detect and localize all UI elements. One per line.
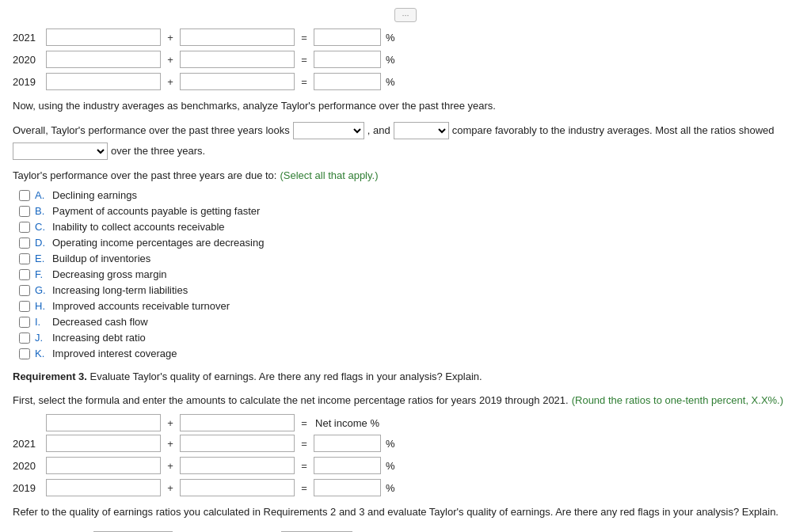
result-2021-top[interactable] <box>314 28 381 46</box>
result-2020-bottom[interactable] <box>314 457 381 474</box>
plus-2019-bottom: + <box>166 482 175 494</box>
checkbox-I[interactable] <box>19 317 30 328</box>
checkbox-item-G: G. Increasing long-term liabilities <box>19 284 798 296</box>
year-label-2020-top: 2020 <box>13 54 41 66</box>
header-input-right[interactable] <box>180 414 295 431</box>
result-2020-top[interactable] <box>314 51 381 68</box>
checkbox-item-I: I. Decreased cash flow <box>19 316 798 328</box>
eq-2020-top: = <box>299 54 309 66</box>
checkbox-label-K: Improved interest coverage <box>52 348 177 359</box>
checkbox-label-F: Decreasing gross margin <box>52 268 167 280</box>
checkbox-letter-E: E. <box>35 253 48 264</box>
input-2021-bottom-right[interactable] <box>180 435 295 452</box>
checkbox-label-I: Decreased cash flow <box>52 316 148 328</box>
checkbox-H[interactable] <box>19 301 30 312</box>
checkbox-A[interactable] <box>19 190 30 201</box>
input-2019-bottom-right[interactable] <box>180 479 295 496</box>
eq-2019-bottom: = <box>299 482 309 494</box>
paragraph1: Now, using the industry averages as benc… <box>13 98 798 114</box>
year-label-2019-top: 2019 <box>13 76 41 88</box>
input-2019-bottom-left[interactable] <box>46 479 161 496</box>
input-2021-top-left[interactable] <box>46 28 161 46</box>
pct-2019-bottom: % <box>386 482 395 494</box>
pct-2020-bottom: % <box>386 460 395 472</box>
year-label-2021-bottom: 2021 <box>13 438 41 450</box>
input-2020-top-right[interactable] <box>180 51 295 68</box>
checkbox-item-J: J. Increasing debt ratio <box>19 332 798 344</box>
trend-select[interactable]: improvement decline stability <box>13 142 108 160</box>
checkbox-item-E: E. Buildup of inventories <box>19 253 798 264</box>
paragraph2-row: Overall, Taylor's performance over the p… <box>13 122 798 160</box>
bottom-calc-section: + = Net income % 2021 + = % 2020 + = % 2… <box>13 414 798 496</box>
req3-title-bold: Requirement 3. <box>13 370 87 382</box>
checkbox-item-D: D. Operating income percentages are decr… <box>19 237 798 249</box>
performance-select[interactable]: good poor mixed <box>293 122 364 139</box>
result-2019-top[interactable] <box>314 73 381 90</box>
para2-middle: , and <box>367 123 390 139</box>
req3-subtitle-row: First, select the formula and enter the … <box>13 393 798 408</box>
req3-title: Requirement 3. Evaluate Taylor's quality… <box>13 369 798 385</box>
input-2021-bottom-left[interactable] <box>46 435 161 452</box>
checkbox-item-F: F. Decreasing gross margin <box>19 268 798 280</box>
taylor-due-to-row: Taylor's performance over the past three… <box>13 168 798 184</box>
pct-2019-top: % <box>386 76 395 88</box>
input-2020-top-left[interactable] <box>46 51 161 68</box>
checkbox-label-G: Increasing long-term liabilities <box>52 284 188 296</box>
checkbox-E[interactable] <box>19 253 30 264</box>
checkbox-letter-C: C. <box>35 221 48 233</box>
checkbox-letter-F: F. <box>35 268 48 280</box>
checkbox-label-E: Buildup of inventories <box>52 253 150 264</box>
eq-2019-top: = <box>299 76 309 88</box>
plus-2021-top: + <box>166 32 175 44</box>
checkbox-label-J: Increasing debt ratio <box>52 332 146 344</box>
checkbox-B[interactable] <box>19 206 30 217</box>
checkbox-F[interactable] <box>19 269 30 280</box>
header-eq: = <box>299 417 309 429</box>
row-2020-top: 2020 + = % <box>13 51 798 68</box>
plus-2020-top: + <box>166 54 175 66</box>
req3-paragraph: Refer to the quality of earnings ratios … <box>13 504 798 520</box>
plus-2021-bottom: + <box>166 438 175 450</box>
checkbox-letter-K: K. <box>35 348 48 359</box>
checkbox-C[interactable] <box>19 222 30 233</box>
row-2021-bottom: 2021 + = % <box>13 435 798 452</box>
row-2019-top: 2019 + = % <box>13 73 798 90</box>
net-income-pct-header: Net income % <box>314 417 381 429</box>
result-2019-bottom[interactable] <box>314 479 381 496</box>
year-label-2020-bottom: 2020 <box>13 460 41 472</box>
input-2019-top-right[interactable] <box>180 73 295 90</box>
checkbox-letter-B: B. <box>35 205 48 217</box>
top-calc-section: 2021 + = % 2020 + = % 2019 + = % <box>13 28 798 90</box>
checkbox-item-H: H. Improved accounts receivable turnover <box>19 300 798 312</box>
header-input-left[interactable] <box>46 414 161 431</box>
input-2020-bottom-left[interactable] <box>46 457 161 474</box>
checkbox-item-B: B. Payment of accounts payable is gettin… <box>19 205 798 217</box>
checkbox-item-K: K. Improved interest coverage <box>19 348 798 359</box>
para2-prefix: Overall, Taylor's performance over the p… <box>13 123 290 139</box>
eq-2021-top: = <box>299 32 309 44</box>
pct-2020-top: % <box>386 54 395 66</box>
favorably-select[interactable]: do do not <box>394 122 449 139</box>
req3-round-note: (Round the ratios to one-tenth percent, … <box>572 393 783 408</box>
checkbox-G[interactable] <box>19 285 30 296</box>
eq-2020-bottom: = <box>299 460 309 472</box>
para2-end: over the three years. <box>111 143 205 159</box>
input-2020-bottom-right[interactable] <box>180 457 295 474</box>
checkbox-label-A: Declining earnings <box>52 189 137 201</box>
pct-2021-top: % <box>386 32 395 44</box>
checkbox-letter-G: G. <box>35 284 48 296</box>
checkbox-letter-D: D. <box>35 237 48 249</box>
year-label-2021-top: 2021 <box>13 32 41 44</box>
checkbox-J[interactable] <box>19 332 30 344</box>
para2-suffix: compare favorably to the industry averag… <box>452 123 775 139</box>
checkbox-item-C: C. Inability to collect accounts receiva… <box>19 221 798 233</box>
checkbox-D[interactable] <box>19 238 30 249</box>
pct-2021-bottom: % <box>386 438 395 450</box>
req3-title-rest: Evaluate Taylor's quality of earnings. A… <box>87 370 482 382</box>
input-2021-top-right[interactable] <box>180 28 295 46</box>
result-2021-bottom[interactable] <box>314 435 381 452</box>
input-2019-top-left[interactable] <box>46 73 161 90</box>
plus-2019-top: + <box>166 76 175 88</box>
checkbox-K[interactable] <box>19 348 30 359</box>
year-label-2019-bottom: 2019 <box>13 482 41 494</box>
